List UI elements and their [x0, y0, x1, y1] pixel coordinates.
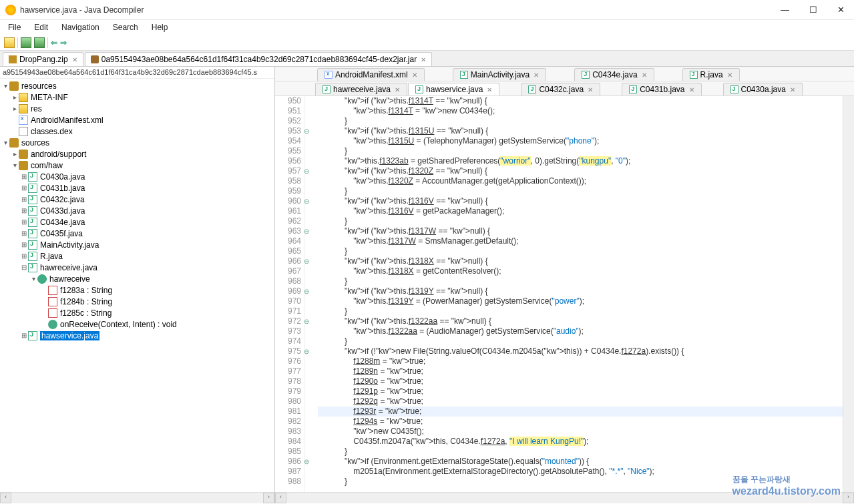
- tree-item[interactable]: C0430a.java: [40, 172, 85, 182]
- tab-c0434e[interactable]: C0434e.java✕: [574, 68, 654, 81]
- close-icon[interactable]: ✕: [790, 86, 795, 93]
- window-titlebar: hawservice.java - Java Decompiler — ☐ ✕: [0, 0, 854, 20]
- java-icon: [323, 85, 331, 93]
- tab-r[interactable]: R.java✕: [682, 68, 740, 81]
- code-content[interactable]: "kw">if ("kw">this.f1314T == "kw">null) …: [304, 96, 843, 492]
- close-icon[interactable]: ✕: [588, 86, 593, 93]
- package-explorer: a95154943ae08be64a564c61d1f64f31ca4b9c32…: [0, 67, 275, 503]
- vertical-scrollbar[interactable]: [843, 96, 854, 492]
- tree-item[interactable]: f1284b : String: [60, 297, 112, 306]
- tree-item[interactable]: classes.dex: [31, 127, 73, 136]
- xml-icon: [325, 71, 333, 79]
- editor-tabs-row-2: hawreceive.java✕ hawservice.java✕ C0432c…: [275, 81, 854, 96]
- sidebar-path: a95154943ae08be64a564c61d1f64f31ca4b9c32…: [0, 67, 274, 79]
- xml-icon: [19, 115, 28, 125]
- tree-item-selected[interactable]: hawservice.java: [40, 331, 99, 340]
- menu-navigation[interactable]: Navigation: [56, 21, 105, 33]
- tab-c0431b[interactable]: C0431b.java✕: [622, 83, 701, 95]
- code-editor[interactable]: 950951952953⊖954955956957⊖958959960⊖9619…: [275, 96, 854, 492]
- close-button[interactable]: ✕: [833, 5, 849, 15]
- close-icon[interactable]: ✕: [727, 71, 732, 79]
- close-icon[interactable]: ✕: [689, 86, 694, 93]
- tab-androidmanifest[interactable]: AndroidManifest.xml✕: [317, 68, 425, 81]
- close-icon[interactable]: ✕: [395, 86, 400, 93]
- forward-icon[interactable]: ⇒: [60, 38, 67, 47]
- tree-item[interactable]: f1283a : String: [60, 286, 112, 295]
- tree-item[interactable]: C0432c.java: [40, 195, 85, 204]
- java-icon: [730, 85, 738, 93]
- save-all-icon[interactable]: [34, 37, 45, 48]
- java-icon: [629, 85, 637, 93]
- java-icon: [28, 252, 37, 261]
- tree-item[interactable]: R.java: [40, 252, 63, 261]
- tab-dex2jar[interactable]: 0a95154943ae08be64a564c61d1f64f31ca4b9c3…: [85, 52, 432, 66]
- close-icon[interactable]: ✕: [72, 56, 77, 63]
- menu-help[interactable]: Help: [146, 21, 174, 33]
- java-icon: [28, 218, 37, 227]
- java-icon: [28, 206, 37, 216]
- tree-item[interactable]: hawreceive.java: [40, 263, 97, 272]
- horizontal-scrollbar[interactable]: ‹ ›: [0, 492, 274, 503]
- close-icon[interactable]: ✕: [421, 56, 426, 63]
- field-icon: [48, 308, 57, 318]
- java-icon: [28, 172, 37, 182]
- tab-c0430a[interactable]: C0430a.java✕: [723, 83, 803, 95]
- tree-item[interactable]: com/haw: [31, 161, 63, 170]
- tree-item[interactable]: resources: [21, 81, 57, 91]
- package-icon: [9, 138, 19, 148]
- tree-item[interactable]: MainActivity.java: [40, 240, 99, 250]
- scroll-left-button[interactable]: ‹: [275, 493, 286, 503]
- close-icon[interactable]: ✕: [533, 71, 539, 79]
- tree-item[interactable]: onReceive(Context, Intent) : void: [60, 320, 177, 329]
- zip-icon: [9, 55, 17, 63]
- editor-tabs-row-1: AndroidManifest.xml✕ MainActivity.java✕ …: [275, 67, 854, 81]
- close-icon[interactable]: ✕: [487, 86, 492, 93]
- tree-item[interactable]: META-INF: [31, 93, 68, 102]
- tab-droppang[interactable]: DropPang.zip ✕: [3, 52, 83, 66]
- tree-item[interactable]: AndroidManifest.xml: [31, 115, 103, 125]
- java-icon: [528, 85, 536, 93]
- menu-file[interactable]: File: [3, 21, 26, 33]
- open-icon[interactable]: [4, 37, 15, 48]
- package-icon: [19, 150, 28, 159]
- minimize-button[interactable]: —: [777, 5, 793, 15]
- maximize-button[interactable]: ☐: [805, 5, 821, 15]
- package-icon: [19, 161, 28, 170]
- tree-item[interactable]: res: [31, 104, 42, 113]
- tab-c0432c[interactable]: C0432c.java✕: [521, 83, 600, 95]
- tab-mainactivity[interactable]: MainActivity.java✕: [453, 68, 546, 81]
- tab-hawservice[interactable]: hawservice.java✕: [408, 83, 499, 95]
- tree-item[interactable]: C0431b.java: [40, 184, 85, 193]
- tab-hawreceive[interactable]: hawreceive.java✕: [315, 83, 407, 95]
- scroll-right-button[interactable]: ›: [263, 493, 274, 503]
- folder-icon: [19, 93, 28, 102]
- field-icon: [48, 297, 57, 306]
- java-icon: [28, 263, 37, 272]
- method-icon: [48, 320, 57, 329]
- close-icon[interactable]: ✕: [642, 71, 647, 79]
- java-icon: [28, 184, 37, 193]
- scroll-left-button[interactable]: ‹: [0, 493, 11, 503]
- save-icon[interactable]: [21, 37, 31, 48]
- tree-item[interactable]: C0435f.java: [40, 229, 83, 238]
- java-icon: [582, 71, 590, 79]
- menu-search[interactable]: Search: [108, 21, 144, 33]
- jar-icon: [91, 55, 99, 63]
- tree-item[interactable]: sources: [21, 138, 49, 148]
- java-icon: [28, 240, 37, 250]
- menu-edit[interactable]: Edit: [29, 21, 53, 33]
- tree-item[interactable]: android/support: [31, 150, 86, 159]
- tree-item[interactable]: f1285c : String: [60, 308, 112, 318]
- folder-icon: [19, 104, 28, 113]
- tree-item[interactable]: hawreceive: [49, 274, 90, 284]
- editor-horizontal-scrollbar[interactable]: ‹ ›: [275, 492, 854, 503]
- tree-item[interactable]: C0433d.java: [40, 206, 85, 216]
- tree[interactable]: ▾resources ▸META-INF ▸res AndroidManifes…: [0, 79, 274, 492]
- back-icon[interactable]: ⇐: [51, 38, 57, 47]
- scroll-right-button[interactable]: ›: [843, 493, 854, 503]
- file-icon: [19, 127, 28, 136]
- close-icon[interactable]: ✕: [412, 71, 417, 79]
- java-icon: [460, 71, 468, 79]
- tree-item[interactable]: C0434e.java: [40, 218, 85, 227]
- class-icon: [37, 274, 47, 284]
